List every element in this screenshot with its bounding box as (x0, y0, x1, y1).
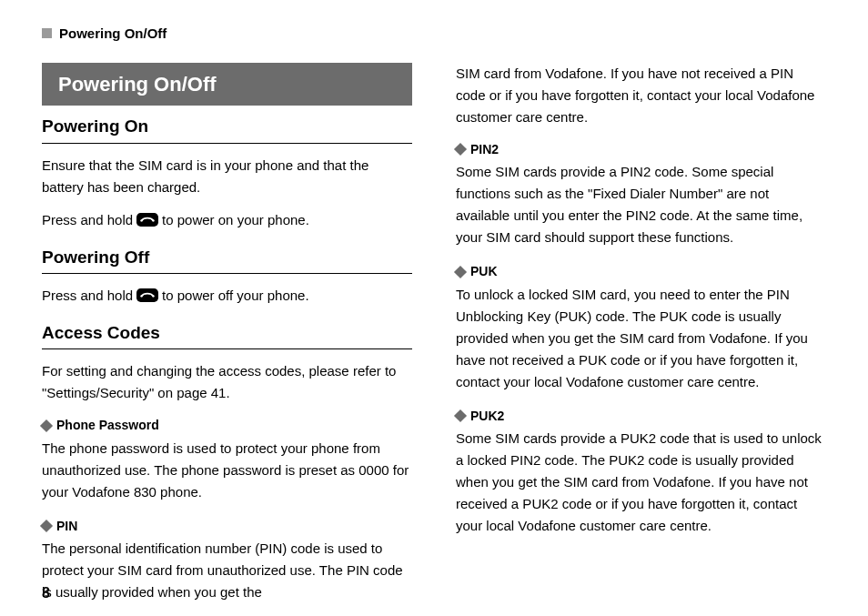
text-fragment: Press and hold (42, 285, 133, 307)
body-text: Ensure that the SIM card is in your phon… (42, 155, 412, 198)
section-heading-powering-off: Powering Off (42, 244, 412, 271)
section-heading-powering-on: Powering On (42, 113, 412, 140)
diamond-bullet-icon (454, 266, 467, 278)
chapter-title: Powering On/Off (42, 63, 412, 106)
definition-item: PIN The personal identification number (… (42, 516, 412, 603)
document-page: Powering On/Off Powering On/Off Powering… (0, 0, 868, 616)
diamond-bullet-icon (454, 143, 467, 156)
diamond-bullet-icon (40, 520, 53, 532)
body-text: Press and hold to power off your phone. (42, 285, 412, 307)
text-fragment: to power on your phone. (162, 209, 309, 231)
content-columns: Powering On/Off Powering On Ensure that … (42, 63, 826, 616)
definition-body: The phone password is used to protect yo… (42, 438, 412, 503)
text-fragment: Press and hold (42, 209, 133, 231)
definition-label: Phone Password (56, 415, 159, 435)
running-header: Powering On/Off (42, 25, 826, 41)
definition-body: To unlock a locked SIM card, you need to… (456, 284, 826, 393)
definition-item: Phone Password The phone password is use… (42, 415, 412, 502)
left-column: Powering On/Off Powering On Ensure that … (42, 63, 412, 616)
definition-item: PUK2 Some SIM cards provide a PUK2 code … (456, 406, 826, 537)
definition-body: Some SIM cards provide a PUK2 code that … (456, 428, 826, 537)
definition-heading: PUK2 (456, 406, 826, 426)
definition-body: Some SIM cards provide a PIN2 code. Some… (456, 161, 826, 248)
right-column: SIM card from Vodafone. If you have not … (456, 63, 826, 616)
definition-item: PUK To unlock a locked SIM card, you nee… (456, 261, 826, 392)
definition-heading: PUK (456, 261, 826, 281)
body-text: SIM card from Vodafone. If you have not … (456, 63, 826, 128)
diamond-bullet-icon (40, 419, 53, 431)
body-text: Press and hold to power on your phone. (42, 209, 412, 231)
definition-heading: PIN2 (456, 139, 826, 159)
end-call-key-icon (136, 213, 158, 227)
header-bullet-icon (42, 28, 52, 38)
diamond-bullet-icon (454, 409, 467, 422)
end-call-key-icon (136, 288, 158, 302)
running-header-text: Powering On/Off (59, 25, 167, 41)
definition-heading: Phone Password (42, 415, 412, 435)
definition-heading: PIN (42, 516, 412, 536)
definition-label: PIN2 (470, 139, 499, 159)
heading-rule (42, 143, 412, 144)
text-fragment: to power off your phone. (162, 285, 309, 307)
definition-label: PIN (56, 516, 77, 536)
definition-body: The personal identification number (PIN)… (42, 538, 412, 603)
definition-label: PUK (470, 261, 498, 281)
section-heading-access-codes: Access Codes (42, 319, 412, 347)
heading-rule (42, 348, 412, 349)
definition-item: PIN2 Some SIM cards provide a PIN2 code.… (456, 139, 826, 248)
body-text: For setting and changing the access code… (42, 360, 412, 404)
page-number: 8 (42, 585, 50, 601)
heading-rule (42, 273, 412, 274)
definition-label: PUK2 (470, 406, 504, 426)
